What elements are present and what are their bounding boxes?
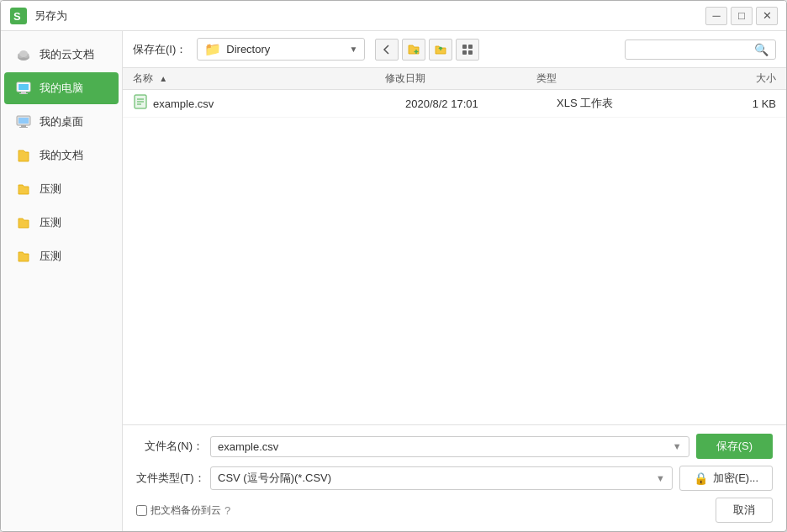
sidebar-item-ya1[interactable]: 压测 xyxy=(4,173,119,205)
svg-rect-9 xyxy=(19,93,28,94)
dialog-body: 我的云文档 我的电脑 我的桌面 我的文档 xyxy=(1,31,786,531)
filename-input-wrapper: document.addEventListener('DOMContentLoa… xyxy=(210,436,689,457)
filetype-row: 文件类型(T)： CSV (逗号分隔)(*.CSV) ▼ 🔒 加密(E)... xyxy=(136,466,773,491)
sidebar-item-ya1-label: 压测 xyxy=(40,182,61,197)
sidebar: 我的云文档 我的电脑 我的桌面 我的文档 xyxy=(1,31,123,531)
search-input[interactable] xyxy=(632,44,751,55)
mydocs-icon xyxy=(14,146,33,165)
file-size: 1 KB xyxy=(691,97,776,110)
backup-label: 把文档备份到云 xyxy=(151,503,221,518)
sidebar-item-cloud-label: 我的云文档 xyxy=(40,47,94,62)
dialog-title: 另存为 xyxy=(34,8,705,24)
file-name: example.csv xyxy=(153,97,405,110)
sidebar-item-desktop[interactable]: 我的桌面 xyxy=(4,106,119,138)
title-bar: S 另存为 ─ □ ✕ xyxy=(1,1,786,31)
svg-rect-11 xyxy=(18,118,29,124)
path-folder-icon: 📁 xyxy=(204,41,221,57)
search-icon: 🔍 xyxy=(754,43,769,56)
filename-row: 文件名(N)： document.addEventListener('DOMCo… xyxy=(136,434,773,459)
file-list-header: 名称 ▲ 修改日期 类型 大小 xyxy=(123,68,786,90)
filename-dropdown-arrow-icon[interactable]: ▼ xyxy=(673,441,682,451)
file-date: 2020/8/2 17:01 xyxy=(405,97,557,110)
filetype-label: 文件类型(T)： xyxy=(136,471,203,486)
window-controls: ─ □ ✕ xyxy=(705,7,778,25)
bottom-area: 文件名(N)： document.addEventListener('DOMCo… xyxy=(123,424,786,531)
sidebar-item-ya3-label: 压测 xyxy=(40,249,61,264)
cloud-icon xyxy=(14,45,33,64)
folder-ya1-icon xyxy=(14,180,33,198)
file-list: example.csv 2020/8/2 17:01 XLS 工作表 1 KB xyxy=(123,90,786,424)
sidebar-item-mypc-label: 我的电脑 xyxy=(40,81,83,96)
filename-input[interactable] xyxy=(218,440,673,453)
new-folder-button[interactable] xyxy=(402,39,425,61)
col-date-header[interactable]: 修改日期 xyxy=(385,71,536,86)
back-button[interactable] xyxy=(375,39,399,61)
table-row[interactable]: example.csv 2020/8/2 17:01 XLS 工作表 1 KB xyxy=(123,90,786,118)
mypc-icon xyxy=(14,79,33,97)
close-button[interactable]: ✕ xyxy=(756,7,778,25)
filetype-value: CSV (逗号分隔)(*.CSV) xyxy=(218,471,656,486)
bottom-actions-row: 把文档备份到云 ? 取消 xyxy=(136,498,773,523)
encrypt-btn-label: 加密(E)... xyxy=(713,471,758,486)
maximize-button[interactable]: □ xyxy=(731,7,753,25)
sidebar-item-desktop-label: 我的桌面 xyxy=(40,114,83,129)
path-value: Directory xyxy=(226,43,270,55)
app-logo: S xyxy=(9,7,28,25)
filetype-dropdown-arrow-icon[interactable]: ▼ xyxy=(656,473,665,483)
sidebar-item-cloud[interactable]: 我的云文档 xyxy=(4,39,119,71)
col-name-header[interactable]: 名称 ▲ xyxy=(133,71,385,86)
grid-view-button[interactable] xyxy=(456,39,479,61)
sidebar-item-mydocs[interactable]: 我的文档 xyxy=(4,140,119,171)
path-dropdown-arrow-icon: ▼ xyxy=(349,45,357,54)
dialog-window: S 另存为 ─ □ ✕ 我的云文档 我的电脑 xyxy=(0,0,787,532)
col-type-header[interactable]: 类型 xyxy=(536,71,671,86)
svg-rect-12 xyxy=(21,125,26,127)
cancel-button[interactable]: 取消 xyxy=(716,498,773,523)
svg-rect-17 xyxy=(468,45,473,49)
save-button[interactable]: 保存(S) xyxy=(696,434,773,459)
save-in-label: 保存在(I)： xyxy=(133,42,187,57)
filename-label: 文件名(N)： xyxy=(136,439,203,454)
svg-rect-16 xyxy=(462,45,467,49)
svg-rect-18 xyxy=(462,50,467,55)
filetype-select-wrapper: CSV (逗号分隔)(*.CSV) ▼ xyxy=(210,466,673,490)
svg-rect-13 xyxy=(19,127,28,128)
sidebar-item-ya2-label: 压测 xyxy=(40,215,61,230)
backup-checkbox[interactable] xyxy=(136,505,147,516)
path-dropdown[interactable]: 📁 Directory ▼ xyxy=(197,38,365,61)
toolbar: 保存在(I)： 📁 Directory ▼ xyxy=(123,31,786,68)
svg-rect-8 xyxy=(21,92,26,93)
main-content: 保存在(I)： 📁 Directory ▼ xyxy=(123,31,786,531)
folder-ya2-icon xyxy=(14,213,33,232)
sidebar-item-ya2[interactable]: 压测 xyxy=(4,207,119,239)
svg-rect-19 xyxy=(468,50,473,55)
help-icon[interactable]: ? xyxy=(224,504,230,517)
sidebar-item-ya3[interactable]: 压测 xyxy=(4,240,119,272)
search-box[interactable]: 🔍 xyxy=(625,40,776,60)
svg-point-5 xyxy=(19,50,28,57)
folder-ya3-icon xyxy=(14,247,33,266)
sidebar-item-mypc[interactable]: 我的电脑 xyxy=(4,72,119,104)
encrypt-button[interactable]: 🔒 加密(E)... xyxy=(679,466,773,491)
col-size-header[interactable]: 大小 xyxy=(671,71,776,86)
sort-arrow-icon: ▲ xyxy=(159,74,167,83)
minimize-button[interactable]: ─ xyxy=(705,7,727,25)
file-icon xyxy=(133,94,148,113)
sidebar-item-mydocs-label: 我的文档 xyxy=(40,148,83,163)
encrypt-icon: 🔒 xyxy=(694,471,708,485)
upload-folder-button[interactable] xyxy=(429,39,452,61)
backup-checkbox-row: 把文档备份到云 ? xyxy=(136,503,230,518)
svg-text:S: S xyxy=(13,10,21,23)
svg-rect-7 xyxy=(18,84,29,90)
desktop-icon xyxy=(14,113,33,131)
file-type: XLS 工作表 xyxy=(557,96,691,111)
toolbar-actions xyxy=(375,39,479,61)
